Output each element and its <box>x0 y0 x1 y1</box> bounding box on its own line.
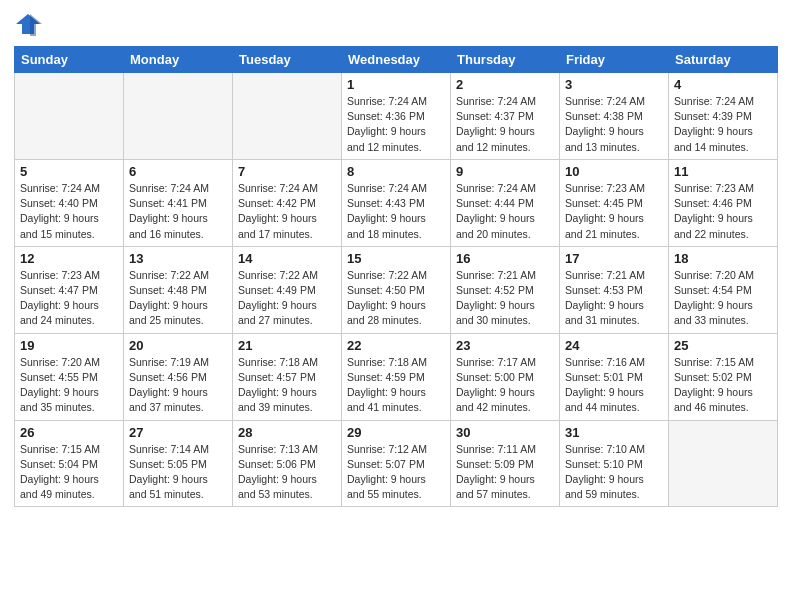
calendar-header-saturday: Saturday <box>669 47 778 73</box>
day-number: 7 <box>238 164 336 179</box>
day-number: 10 <box>565 164 663 179</box>
day-number: 23 <box>456 338 554 353</box>
day-info: Sunrise: 7:11 AM Sunset: 5:09 PM Dayligh… <box>456 442 554 503</box>
day-info: Sunrise: 7:22 AM Sunset: 4:49 PM Dayligh… <box>238 268 336 329</box>
day-number: 25 <box>674 338 772 353</box>
calendar-week-row: 19Sunrise: 7:20 AM Sunset: 4:55 PM Dayli… <box>15 333 778 420</box>
day-info: Sunrise: 7:24 AM Sunset: 4:37 PM Dayligh… <box>456 94 554 155</box>
calendar-cell: 16Sunrise: 7:21 AM Sunset: 4:52 PM Dayli… <box>451 246 560 333</box>
day-info: Sunrise: 7:14 AM Sunset: 5:05 PM Dayligh… <box>129 442 227 503</box>
day-number: 17 <box>565 251 663 266</box>
calendar-cell <box>124 73 233 160</box>
calendar-cell: 18Sunrise: 7:20 AM Sunset: 4:54 PM Dayli… <box>669 246 778 333</box>
calendar-cell: 28Sunrise: 7:13 AM Sunset: 5:06 PM Dayli… <box>233 420 342 507</box>
day-number: 20 <box>129 338 227 353</box>
day-number: 29 <box>347 425 445 440</box>
calendar-cell: 11Sunrise: 7:23 AM Sunset: 4:46 PM Dayli… <box>669 159 778 246</box>
day-number: 31 <box>565 425 663 440</box>
day-info: Sunrise: 7:24 AM Sunset: 4:42 PM Dayligh… <box>238 181 336 242</box>
day-info: Sunrise: 7:17 AM Sunset: 5:00 PM Dayligh… <box>456 355 554 416</box>
day-number: 30 <box>456 425 554 440</box>
calendar-header-tuesday: Tuesday <box>233 47 342 73</box>
day-number: 24 <box>565 338 663 353</box>
day-info: Sunrise: 7:19 AM Sunset: 4:56 PM Dayligh… <box>129 355 227 416</box>
calendar-cell: 23Sunrise: 7:17 AM Sunset: 5:00 PM Dayli… <box>451 333 560 420</box>
calendar-week-row: 12Sunrise: 7:23 AM Sunset: 4:47 PM Dayli… <box>15 246 778 333</box>
calendar-cell: 19Sunrise: 7:20 AM Sunset: 4:55 PM Dayli… <box>15 333 124 420</box>
day-info: Sunrise: 7:24 AM Sunset: 4:39 PM Dayligh… <box>674 94 772 155</box>
day-info: Sunrise: 7:16 AM Sunset: 5:01 PM Dayligh… <box>565 355 663 416</box>
day-number: 22 <box>347 338 445 353</box>
day-info: Sunrise: 7:24 AM Sunset: 4:38 PM Dayligh… <box>565 94 663 155</box>
calendar-cell: 8Sunrise: 7:24 AM Sunset: 4:43 PM Daylig… <box>342 159 451 246</box>
calendar-cell: 24Sunrise: 7:16 AM Sunset: 5:01 PM Dayli… <box>560 333 669 420</box>
calendar-header-monday: Monday <box>124 47 233 73</box>
page: SundayMondayTuesdayWednesdayThursdayFrid… <box>0 0 792 612</box>
calendar-table: SundayMondayTuesdayWednesdayThursdayFrid… <box>14 46 778 507</box>
day-info: Sunrise: 7:15 AM Sunset: 5:04 PM Dayligh… <box>20 442 118 503</box>
day-number: 8 <box>347 164 445 179</box>
day-number: 18 <box>674 251 772 266</box>
day-info: Sunrise: 7:24 AM Sunset: 4:40 PM Dayligh… <box>20 181 118 242</box>
day-number: 28 <box>238 425 336 440</box>
day-info: Sunrise: 7:22 AM Sunset: 4:48 PM Dayligh… <box>129 268 227 329</box>
calendar-header-wednesday: Wednesday <box>342 47 451 73</box>
calendar-cell: 13Sunrise: 7:22 AM Sunset: 4:48 PM Dayli… <box>124 246 233 333</box>
day-info: Sunrise: 7:12 AM Sunset: 5:07 PM Dayligh… <box>347 442 445 503</box>
day-number: 13 <box>129 251 227 266</box>
day-info: Sunrise: 7:10 AM Sunset: 5:10 PM Dayligh… <box>565 442 663 503</box>
day-number: 9 <box>456 164 554 179</box>
calendar-cell: 1Sunrise: 7:24 AM Sunset: 4:36 PM Daylig… <box>342 73 451 160</box>
day-info: Sunrise: 7:24 AM Sunset: 4:44 PM Dayligh… <box>456 181 554 242</box>
day-info: Sunrise: 7:24 AM Sunset: 4:36 PM Dayligh… <box>347 94 445 155</box>
day-info: Sunrise: 7:15 AM Sunset: 5:02 PM Dayligh… <box>674 355 772 416</box>
calendar-cell <box>15 73 124 160</box>
calendar-cell: 29Sunrise: 7:12 AM Sunset: 5:07 PM Dayli… <box>342 420 451 507</box>
logo <box>14 10 46 38</box>
day-info: Sunrise: 7:23 AM Sunset: 4:47 PM Dayligh… <box>20 268 118 329</box>
day-info: Sunrise: 7:23 AM Sunset: 4:46 PM Dayligh… <box>674 181 772 242</box>
calendar-cell: 26Sunrise: 7:15 AM Sunset: 5:04 PM Dayli… <box>15 420 124 507</box>
day-info: Sunrise: 7:21 AM Sunset: 4:53 PM Dayligh… <box>565 268 663 329</box>
day-number: 5 <box>20 164 118 179</box>
calendar-cell: 7Sunrise: 7:24 AM Sunset: 4:42 PM Daylig… <box>233 159 342 246</box>
calendar-cell: 27Sunrise: 7:14 AM Sunset: 5:05 PM Dayli… <box>124 420 233 507</box>
day-number: 2 <box>456 77 554 92</box>
day-number: 19 <box>20 338 118 353</box>
day-number: 11 <box>674 164 772 179</box>
day-number: 4 <box>674 77 772 92</box>
day-number: 16 <box>456 251 554 266</box>
header <box>14 10 778 38</box>
calendar-cell <box>233 73 342 160</box>
day-number: 1 <box>347 77 445 92</box>
svg-marker-1 <box>30 14 42 36</box>
day-number: 15 <box>347 251 445 266</box>
day-info: Sunrise: 7:13 AM Sunset: 5:06 PM Dayligh… <box>238 442 336 503</box>
day-info: Sunrise: 7:18 AM Sunset: 4:59 PM Dayligh… <box>347 355 445 416</box>
calendar-header-friday: Friday <box>560 47 669 73</box>
calendar-cell: 22Sunrise: 7:18 AM Sunset: 4:59 PM Dayli… <box>342 333 451 420</box>
calendar-week-row: 26Sunrise: 7:15 AM Sunset: 5:04 PM Dayli… <box>15 420 778 507</box>
calendar-week-row: 5Sunrise: 7:24 AM Sunset: 4:40 PM Daylig… <box>15 159 778 246</box>
calendar-cell: 4Sunrise: 7:24 AM Sunset: 4:39 PM Daylig… <box>669 73 778 160</box>
day-number: 3 <box>565 77 663 92</box>
calendar-cell: 25Sunrise: 7:15 AM Sunset: 5:02 PM Dayli… <box>669 333 778 420</box>
day-info: Sunrise: 7:21 AM Sunset: 4:52 PM Dayligh… <box>456 268 554 329</box>
day-number: 27 <box>129 425 227 440</box>
day-number: 6 <box>129 164 227 179</box>
calendar-cell: 17Sunrise: 7:21 AM Sunset: 4:53 PM Dayli… <box>560 246 669 333</box>
calendar-cell: 3Sunrise: 7:24 AM Sunset: 4:38 PM Daylig… <box>560 73 669 160</box>
calendar-cell: 30Sunrise: 7:11 AM Sunset: 5:09 PM Dayli… <box>451 420 560 507</box>
calendar-week-row: 1Sunrise: 7:24 AM Sunset: 4:36 PM Daylig… <box>15 73 778 160</box>
calendar-cell: 5Sunrise: 7:24 AM Sunset: 4:40 PM Daylig… <box>15 159 124 246</box>
day-info: Sunrise: 7:18 AM Sunset: 4:57 PM Dayligh… <box>238 355 336 416</box>
calendar-header-sunday: Sunday <box>15 47 124 73</box>
day-info: Sunrise: 7:20 AM Sunset: 4:54 PM Dayligh… <box>674 268 772 329</box>
calendar-cell: 9Sunrise: 7:24 AM Sunset: 4:44 PM Daylig… <box>451 159 560 246</box>
day-info: Sunrise: 7:23 AM Sunset: 4:45 PM Dayligh… <box>565 181 663 242</box>
day-info: Sunrise: 7:24 AM Sunset: 4:43 PM Dayligh… <box>347 181 445 242</box>
day-info: Sunrise: 7:22 AM Sunset: 4:50 PM Dayligh… <box>347 268 445 329</box>
calendar-cell: 6Sunrise: 7:24 AM Sunset: 4:41 PM Daylig… <box>124 159 233 246</box>
day-info: Sunrise: 7:24 AM Sunset: 4:41 PM Dayligh… <box>129 181 227 242</box>
day-number: 12 <box>20 251 118 266</box>
